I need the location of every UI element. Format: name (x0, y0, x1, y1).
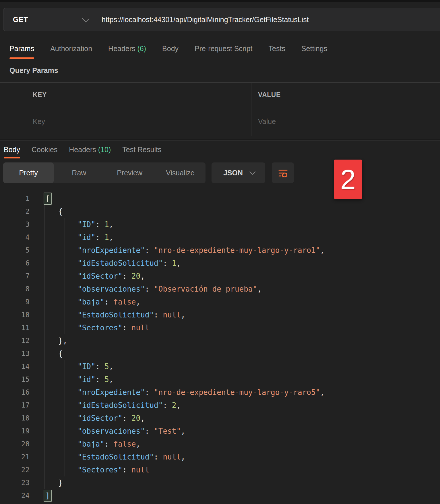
json-punctuation: } (58, 478, 63, 487)
indent-guide (65, 270, 65, 283)
json-punctuation: : (163, 401, 172, 410)
json-key: "observaciones" (77, 427, 145, 435)
code-line-content: "baja": false, (45, 296, 140, 309)
code-line: 24] (0, 489, 440, 502)
view-mode-preview[interactable]: Preview (104, 162, 155, 183)
code-line-content: "observaciones": "Observación de prueba"… (45, 283, 262, 296)
code-line: 10"EstadoSolicitud": null, (0, 309, 440, 321)
json-string-value: "Observación de prueba" (154, 285, 257, 293)
code-line: 22"Sectores": null (0, 464, 440, 476)
indent-guide (44, 373, 44, 386)
json-literal-value: null (131, 323, 150, 332)
table-row: Key Value (0, 107, 440, 136)
line-number: 23 (0, 476, 30, 489)
code-line-content: "ID": 5, (45, 360, 113, 373)
code-line-content: "EstadoSolicitud": null, (45, 309, 185, 321)
code-line: 6"idEstadoSolicitud": 1, (0, 257, 440, 270)
line-number: 6 (0, 257, 30, 270)
json-punctuation: ] (45, 491, 50, 500)
json-punctuation: , (109, 375, 114, 384)
code-line: 5"nroExpediente": "nro-de-expediente-muy… (0, 244, 440, 257)
tab-count-badge: (6) (137, 44, 146, 53)
code-line-content: "nroExpediente": "nro-de-expediente-muy-… (45, 386, 325, 399)
indent-guide (65, 244, 65, 257)
view-mode-raw[interactable]: Raw (54, 162, 104, 183)
indent-guide (44, 476, 44, 489)
code-line-content: "idEstadoSolicitud": 1, (45, 257, 181, 270)
json-key: "ID" (77, 220, 96, 229)
request-response-divider[interactable] (0, 139, 440, 141)
json-punctuation: : (163, 259, 172, 267)
bracket-match-highlight: ] (44, 490, 52, 502)
line-number: 24 (0, 489, 30, 502)
value-input[interactable]: Value (251, 107, 440, 136)
json-punctuation: : (145, 246, 154, 255)
json-punctuation: : (96, 362, 104, 371)
json-punctuation: , (181, 427, 185, 435)
http-method-select[interactable]: GET (3, 8, 95, 31)
code-line: 3"ID": 1, (0, 218, 440, 231)
code-line-content: "id": 1, (45, 231, 113, 244)
response-format-dropdown[interactable]: JSON (212, 162, 265, 183)
code-line: 20"baja": false, (0, 438, 440, 451)
request-tab-pre-request-script[interactable]: Pre-request Script (195, 44, 252, 59)
indent-guide (44, 386, 44, 399)
indent-guide (65, 412, 65, 425)
indent-guide (44, 438, 44, 451)
request-tab-settings[interactable]: Settings (301, 44, 327, 59)
json-punctuation: , (109, 362, 114, 371)
response-tab-cookies[interactable]: Cookies (32, 146, 57, 158)
indent-guide (44, 321, 44, 334)
line-number: 11 (0, 321, 30, 334)
json-punctuation: , (109, 233, 114, 242)
json-number-value: 5 (104, 375, 109, 384)
json-punctuation: { (58, 207, 63, 216)
indent-guide (65, 296, 65, 309)
json-key: "EstadoSolicitud" (77, 311, 154, 319)
request-url-text: https://localhost:44301/api/DigitalMinin… (102, 15, 309, 24)
indent-guide (65, 451, 65, 464)
request-url-input[interactable]: https://localhost:44301/api/DigitalMinin… (95, 8, 440, 31)
indent-guide (44, 257, 44, 270)
line-number: 21 (0, 451, 30, 464)
indent-guide (44, 231, 44, 244)
line-number: 16 (0, 386, 30, 399)
request-tab-tests[interactable]: Tests (269, 44, 285, 59)
line-number: 2 (0, 205, 30, 218)
indent-guide (65, 309, 65, 321)
line-number: 7 (0, 270, 30, 283)
line-number: 14 (0, 360, 30, 373)
code-line-content: [ (45, 192, 52, 205)
response-tab-test-results[interactable]: Test Results (122, 146, 161, 158)
json-punctuation: : (96, 375, 104, 384)
view-mode-visualize[interactable]: Visualize (155, 162, 206, 183)
indent-guide (65, 464, 65, 476)
json-number-value: 1 (104, 233, 109, 242)
code-line-content: "nroExpediente": "nro-de-expediente-muy-… (45, 244, 325, 257)
indent-guide (44, 360, 44, 373)
key-input[interactable]: Key (26, 117, 251, 126)
indent-guide (44, 334, 44, 347)
request-tab-authorization[interactable]: Authorization (50, 44, 92, 59)
json-punctuation: , (136, 440, 141, 448)
json-punctuation: : (145, 427, 154, 435)
response-tab-headers[interactable]: Headers (10) (69, 146, 111, 158)
line-number: 1 (0, 192, 30, 205)
wrap-text-button[interactable] (272, 162, 294, 183)
request-tab-headers[interactable]: Headers (6) (108, 44, 146, 59)
line-number: 8 (0, 283, 30, 296)
indent-guide (44, 464, 44, 476)
line-number: 20 (0, 438, 30, 451)
indent-guide (44, 412, 44, 425)
code-line: 23} (0, 476, 440, 489)
chevron-down-icon (249, 168, 255, 175)
response-tab-body[interactable]: Body (4, 146, 20, 158)
request-tab-params[interactable]: Params (9, 44, 34, 59)
view-mode-pretty[interactable]: Pretty (3, 162, 54, 183)
json-punctuation: , (140, 414, 145, 422)
code-line-content: "Sectores": null (45, 321, 149, 334)
json-punctuation: : (123, 466, 131, 474)
code-line: 12}, (0, 334, 440, 347)
request-tab-body[interactable]: Body (162, 44, 179, 59)
json-punctuation: : (123, 323, 131, 332)
